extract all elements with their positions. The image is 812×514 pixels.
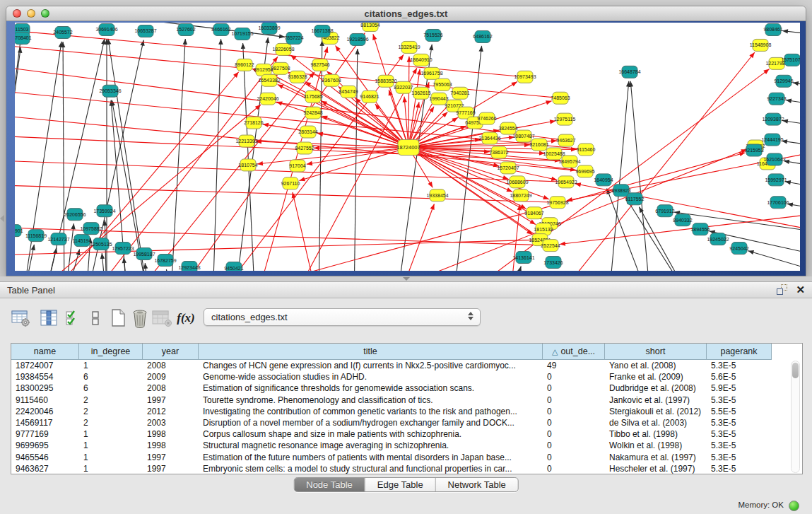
network-node[interactable]: 15720407 — [497, 162, 519, 174]
table-row[interactable]: 1456911722003Disruption of a novel membe… — [11, 417, 802, 428]
network-node[interactable]: 9450421 — [224, 262, 243, 271]
column-header-year[interactable]: year — [143, 344, 199, 360]
network-node[interactable]: 9129946 — [774, 75, 793, 87]
network-node[interactable]: 1640954 — [594, 174, 613, 186]
float-panel-icon[interactable] — [777, 284, 787, 295]
network-node[interactable]: 9827508 — [271, 62, 290, 74]
network-node[interactable]: 6117552 — [625, 193, 645, 205]
network-node[interactable]: 7857224 — [284, 32, 303, 44]
network-node[interactable]: 9699695 — [575, 165, 594, 177]
network-node[interactable]: 8322037 — [394, 81, 413, 93]
network-node[interactable]: 19338454 — [426, 189, 448, 201]
row-height-icon[interactable] — [85, 308, 106, 329]
network-node[interactable]: 29053346 — [99, 85, 121, 97]
network-node[interactable]: 18226058 — [272, 43, 294, 55]
table-row[interactable]: 1872400712008Changes of HCN gene express… — [11, 360, 802, 371]
tab-edge-table[interactable]: Edge Table — [365, 478, 436, 491]
split-pane-divider[interactable] — [0, 276, 812, 281]
network-node[interactable]: 16648784 — [618, 66, 640, 78]
table-row[interactable]: 2242004622012Investigating the contribut… — [11, 406, 802, 417]
network-node[interactable]: 1362615 — [411, 87, 430, 99]
network-node[interactable]: 7386372 — [489, 146, 508, 158]
zoom-window-button[interactable] — [41, 9, 49, 18]
network-node[interactable]: 19756928 — [546, 197, 568, 209]
network-node[interactable]: 17957223 — [112, 243, 134, 255]
table-row[interactable]: 977716911998Corpus callosum shape and si… — [11, 428, 802, 440]
network-node[interactable]: 10653287 — [134, 25, 156, 37]
table-row[interactable]: 946554611997Estimation of the future num… — [11, 452, 802, 463]
table-row[interactable]: 1938455462009Genome-wide association stu… — [11, 371, 802, 382]
network-node[interactable]: 10688609 — [506, 176, 528, 188]
network-node[interactable]: 2718126 — [244, 117, 263, 129]
column-header-short[interactable]: short — [605, 344, 707, 360]
left-panel-collapse-arrow-icon[interactable] — [0, 215, 4, 222]
table-settings-icon[interactable] — [10, 308, 31, 329]
network-node[interactable]: 20206556 — [64, 209, 86, 221]
network-node[interactable]: 1894556 — [690, 223, 710, 235]
network-node[interactable]: 13325419 — [398, 41, 420, 53]
network-node[interactable]: 9184067 — [524, 207, 543, 219]
network-node[interactable]: 9267110 — [281, 177, 300, 189]
window-titlebar[interactable]: citations_edges.txt — [6, 6, 806, 21]
network-node[interactable]: 12444195 — [761, 134, 783, 146]
network-node[interactable]: 10973493 — [514, 71, 536, 83]
network-node[interactable]: 9146821 — [360, 90, 379, 103]
network-node[interactable]: 9827546 — [310, 59, 329, 71]
network-node[interactable]: 9245042 — [729, 243, 748, 255]
network-node[interactable]: 14136141 — [512, 252, 534, 264]
network-node[interactable]: 1810754 — [238, 159, 257, 171]
table-row[interactable]: 946362711997Embryonic stem cells: a mode… — [11, 463, 802, 474]
network-node[interactable]: 17706106 — [767, 197, 789, 209]
network-node[interactable]: 12505135 — [90, 238, 112, 250]
new-table-icon[interactable] — [107, 308, 129, 329]
show-columns-icon[interactable] — [38, 308, 59, 329]
network-node[interactable]: 16543382 — [258, 74, 280, 86]
network-node[interactable]: 30691406 — [95, 23, 117, 35]
network-node[interactable]: 16033809 — [258, 23, 280, 34]
column-header-title[interactable]: title — [199, 344, 543, 360]
network-node[interactable]: 9242848 — [303, 107, 322, 119]
network-node[interactable]: 7955063 — [433, 78, 452, 90]
table-row[interactable]: 969969511998Structural magnetic resonanc… — [11, 440, 802, 451]
network-node[interactable]: 8960122 — [235, 59, 254, 71]
network-node[interactable]: 2803144 — [298, 126, 317, 138]
network-node[interactable]: 9746266 — [477, 112, 496, 124]
close-panel-icon[interactable]: ✕ — [796, 284, 805, 295]
network-node[interactable]: 19654923 — [555, 176, 577, 188]
network-node[interactable]: 7940281 — [450, 87, 469, 99]
column-header-name[interactable]: name — [11, 344, 79, 360]
network-node[interactable]: 18495794 — [558, 156, 580, 168]
network-node[interactable]: 1733426 — [543, 257, 563, 269]
network-node[interactable]: 3919901 — [15, 225, 23, 237]
network-node[interactable]: 19218596 — [346, 33, 368, 45]
network-node[interactable]: 9227343 — [767, 93, 786, 105]
network-node[interactable]: 8940332 — [673, 214, 692, 226]
network-node[interactable]: 8186328 — [288, 71, 307, 83]
network-node[interactable]: 9115460 — [577, 144, 596, 156]
delete-table-icon[interactable] — [129, 308, 151, 329]
table-row[interactable]: 1830029562008Estimation of significance … — [11, 382, 802, 394]
select-columns-icon[interactable] — [62, 308, 83, 329]
network-node[interactable]: 8466162 — [211, 23, 230, 35]
network-node[interactable]: 10719155 — [231, 28, 253, 40]
network-node[interactable]: 2405572 — [53, 26, 72, 38]
network-node[interactable]: 1815132 — [534, 223, 553, 235]
network-node[interactable]: 10807487 — [512, 130, 534, 142]
table-selector-dropdown[interactable]: citations_edges.txt — [204, 308, 481, 326]
network-node[interactable]: 917004 — [289, 160, 305, 172]
network-node[interactable]: 3824554 — [498, 122, 517, 134]
network-node[interactable]: 9808461 — [763, 23, 782, 35]
function-builder-icon[interactable]: f(x) — [175, 308, 196, 329]
column-header-in_degree[interactable]: in_degree — [79, 344, 143, 360]
network-node[interactable]: 1527602 — [176, 23, 195, 35]
minimize-window-button[interactable] — [27, 9, 35, 18]
network-node[interactable]: 6486162 — [473, 30, 492, 42]
network-node[interactable]: 8427552 — [295, 142, 314, 154]
network-node[interactable]: 7515526 — [423, 29, 442, 41]
network-node[interactable]: 2522544 — [541, 240, 560, 252]
network-node[interactable]: 19958187 — [133, 248, 155, 260]
network-node[interactable]: 7485063 — [551, 92, 570, 104]
tab-network-table[interactable]: Network Table — [436, 478, 518, 491]
network-node[interactable]: 6791912 — [655, 205, 674, 217]
network-node[interactable]: 1145194 — [73, 235, 92, 247]
